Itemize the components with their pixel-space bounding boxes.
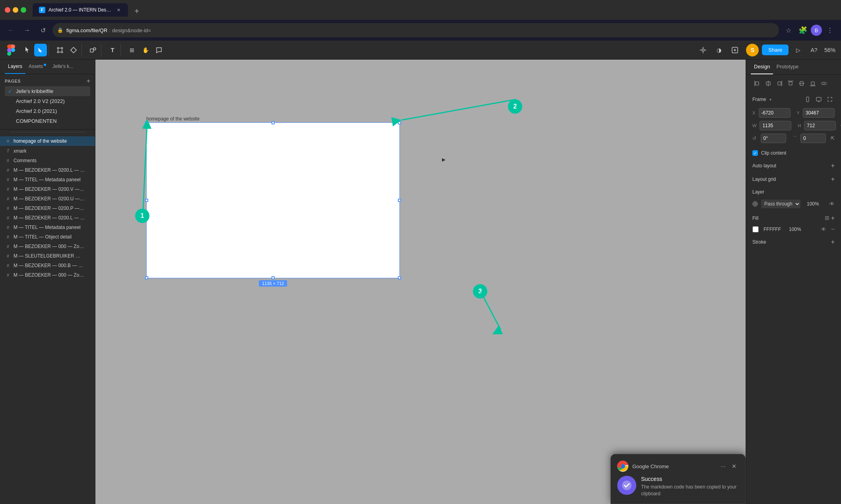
shape-tool-button[interactable]: [87, 44, 99, 56]
canvas-area[interactable]: homepage of the website 1135 × 712: [95, 60, 746, 504]
page-item-jelle[interactable]: ✓ Jelle's kribbelfile: [5, 86, 90, 96]
layer-item-bezoeker-l2[interactable]: # M — BEZOEKER — 0200.L — Obje...: [0, 213, 95, 223]
layer-item-bezoeker-l1[interactable]: # M — BEZOEKER — 0200.L — Obje...: [0, 165, 95, 175]
w-input[interactable]: [760, 121, 791, 130]
phone-frame-button[interactable]: [803, 95, 812, 104]
forward-button[interactable]: →: [21, 24, 33, 37]
tab-pages[interactable]: Jelle's k...: [49, 60, 76, 74]
layout-grid-add-button[interactable]: +: [831, 176, 835, 183]
select-tool-button[interactable]: [34, 44, 47, 56]
back-button[interactable]: ←: [5, 24, 17, 37]
new-tab-button[interactable]: +: [131, 6, 142, 17]
profile-button[interactable]: B: [811, 25, 822, 36]
align-right-button[interactable]: [775, 79, 784, 88]
notification-close-button[interactable]: ✕: [729, 462, 739, 470]
layer-item-homepage[interactable]: # homepage of the website: [0, 136, 95, 146]
hand-tool-button[interactable]: ✋: [139, 44, 152, 56]
tab-layers[interactable]: Layers: [5, 60, 25, 74]
bookmark-button[interactable]: ☆: [782, 24, 795, 37]
layer-item-bezoeker-v[interactable]: # M — BEZOEKER — 0200.V — Obje...: [0, 184, 95, 194]
frame-tool-button[interactable]: [54, 44, 66, 56]
fill-remove-button[interactable]: −: [831, 226, 835, 233]
expand-frame-button[interactable]: [825, 95, 835, 104]
corner-input[interactable]: [800, 134, 826, 143]
notification-menu-button[interactable]: ···: [718, 462, 728, 470]
user-avatar[interactable]: S: [746, 44, 759, 56]
layer-name: M — BEZOEKER — 000 — Zoeken ...: [14, 272, 85, 278]
tab-design[interactable]: Design: [751, 60, 773, 74]
resize-handle-middle-left[interactable]: [145, 199, 148, 202]
active-tab[interactable]: F Archief 2.0 — INTERN Designs ✕: [33, 3, 128, 17]
page-item-archief-v2[interactable]: ✓ Archief 2.0 V2 (2022): [5, 96, 90, 106]
y-input[interactable]: [803, 108, 835, 118]
rotation-input[interactable]: [761, 134, 786, 143]
h-input[interactable]: [804, 121, 836, 130]
fill-visibility-button[interactable]: 👁: [821, 226, 826, 233]
fill-add-button[interactable]: +: [831, 215, 835, 222]
page-item-archief-2021[interactable]: ✓ Archief 2.0 (2021): [5, 106, 90, 116]
inspect-button[interactable]: [729, 44, 741, 56]
tab-close-button[interactable]: ✕: [115, 7, 122, 13]
layer-item-titel-metadata1[interactable]: # M — TITEL — Metadata paneel: [0, 175, 95, 184]
layer-visibility-button[interactable]: 👁: [829, 201, 835, 207]
window-minimize-button[interactable]: [13, 7, 18, 13]
layer-item-bezoeker-zoekb[interactable]: # M — BEZOEKER — 000.B — Zoek...: [0, 261, 95, 270]
layer-item-titel-objectdetail[interactable]: # M — TITEL — Object detail: [0, 232, 95, 242]
resize-handle-middle-right[interactable]: [398, 199, 401, 202]
refresh-button[interactable]: ↺: [37, 24, 49, 37]
move-tool-button[interactable]: [21, 44, 33, 56]
x-input[interactable]: [759, 108, 791, 118]
figma-logo-button[interactable]: [5, 44, 17, 56]
resize-handle-top-left[interactable]: [145, 121, 148, 124]
layer-name: xmark: [14, 148, 27, 154]
fill-color-swatch[interactable]: [752, 226, 759, 233]
corner-expand-icon[interactable]: ⇱: [831, 136, 835, 141]
window-maximize-button[interactable]: [21, 7, 26, 13]
layer-item-sleutelgebruiker[interactable]: # M — SLEUTELGEBRUIKER — 000 ...: [0, 251, 95, 261]
align-bottom-button[interactable]: [808, 79, 818, 88]
layer-item-bezoeker-zoeken2[interactable]: # M — BEZOEKER — 000 — Zoeken ...: [0, 270, 95, 280]
tab-prototype[interactable]: Prototype: [773, 60, 802, 74]
page-item-componenten[interactable]: ✓ COMPONENTEN: [5, 116, 90, 126]
present-button[interactable]: ▷: [792, 44, 804, 56]
menu-button[interactable]: ⋮: [824, 24, 836, 37]
canvas-frame[interactable]: 1135 × 712: [146, 122, 400, 278]
resize-handle-bottom-right[interactable]: [398, 276, 401, 279]
address-bar[interactable]: 🔒 figma.com/file/QR / design&node-id=: [52, 23, 779, 37]
clip-content-checkbox[interactable]: ✓: [752, 150, 758, 156]
stroke-add-button[interactable]: +: [831, 238, 835, 246]
resize-handle-bottom-left[interactable]: [145, 276, 148, 279]
blend-mode-select[interactable]: Pass through Normal Multiply Screen Over…: [761, 200, 800, 208]
text-tool-button[interactable]: T: [106, 44, 119, 56]
fill-grid-icon[interactable]: ⊞: [825, 215, 829, 222]
comment-tool-button[interactable]: [153, 44, 165, 56]
window-close-button[interactable]: [5, 7, 10, 13]
layer-item-bezoeker-zoeken1[interactable]: # M — BEZOEKER — 000 — Zoeken ...: [0, 242, 95, 251]
pages-add-button[interactable]: +: [87, 78, 90, 85]
resize-handle-top-middle[interactable]: [271, 121, 275, 124]
align-center-h-button[interactable]: [763, 79, 773, 88]
help-button[interactable]: A?: [808, 44, 820, 56]
extensions-button[interactable]: 🧩: [796, 24, 809, 37]
tab-assets[interactable]: Assets: [25, 60, 49, 74]
resize-handle-top-right[interactable]: [398, 121, 401, 124]
layer-item-xmark[interactable]: T xmark: [0, 146, 95, 156]
share-button[interactable]: Share: [762, 45, 789, 55]
plugins-button[interactable]: [697, 44, 709, 56]
zoom-button[interactable]: 56%: [824, 44, 836, 56]
layer-item-comments[interactable]: # Comments: [0, 156, 95, 165]
layer-item-bezoeker-p[interactable]: # M — BEZOEKER — 0200.P — Obje...: [0, 204, 95, 213]
fill-hex-value[interactable]: FFFFFF: [762, 226, 786, 233]
resize-handle-bottom-middle[interactable]: [271, 276, 275, 279]
align-top-button[interactable]: [786, 79, 795, 88]
layer-item-titel-metadata2[interactable]: # M — TITEL — Metadata paneel: [0, 223, 95, 232]
distribute-h-button[interactable]: [819, 79, 829, 88]
align-left-button[interactable]: [752, 79, 762, 88]
layer-item-bezoeker-u[interactable]: # M — BEZOEKER — 0200.U — Obje...: [0, 194, 95, 204]
contrast-button[interactable]: ◑: [713, 44, 725, 56]
desktop-frame-button[interactable]: [814, 95, 824, 104]
align-middle-v-button[interactable]: [797, 79, 806, 88]
component-tool-button[interactable]: [67, 44, 80, 56]
resources-button[interactable]: ⊞: [126, 44, 138, 56]
auto-layout-add-button[interactable]: +: [831, 162, 835, 169]
